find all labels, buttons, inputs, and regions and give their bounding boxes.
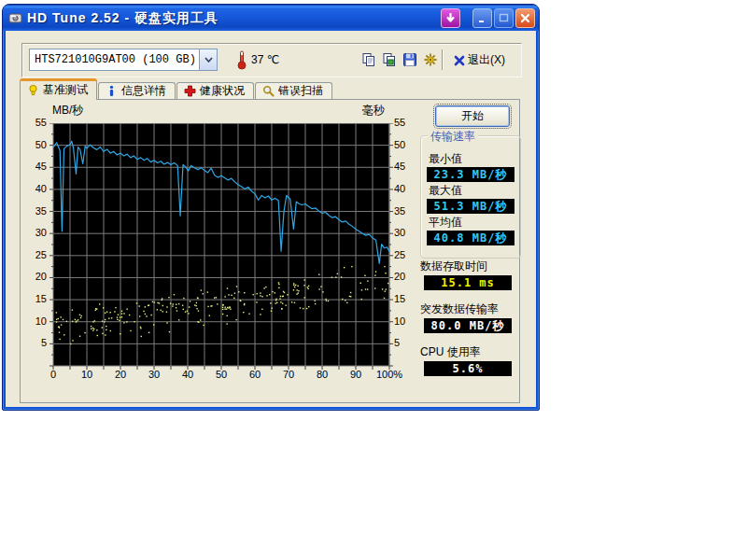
copy-text-button[interactable] [359,49,378,70]
avg-label: 平均值 [429,215,462,231]
cpu-usage-label: CPU 使用率 [420,344,481,360]
down-arrow-icon [445,13,456,23]
transfer-rate-group: 传输速率 最小值 23.3 MB/秒 最大值 51.3 MB/秒 平均值 40.… [420,135,521,259]
y-tick-label-right: 25 [394,249,418,260]
drive-select[interactable]: HTS721010G9AT00 (100 GB) [29,49,218,71]
copy-image-button[interactable] [380,49,399,70]
tab-bar: 基准测试 信息详情 健康状况 [20,79,333,100]
burst-rate-value: 80.0 MB/秒 [424,318,512,333]
y-tick-label-left: 40 [22,183,47,194]
y-tick-label-right: 40 [394,183,418,194]
max-value: 51.3 MB/秒 [427,199,514,214]
close-button[interactable] [515,8,535,28]
health-cross-icon [184,85,196,97]
toolbar-separator [442,49,444,70]
tab-benchmark[interactable]: 基准测试 [20,78,97,100]
tab-info-label: 信息详情 [121,83,166,99]
copy-image-icon [382,52,397,67]
y-tick-label-left: 5 [22,337,47,348]
min-value: 23.3 MB/秒 [427,167,514,182]
desktop: HD Tune 2.52 - 硬盘实用工具 [0,0,747,560]
chevron-down-icon[interactable] [199,49,217,70]
y-tick-label-left: 55 [22,117,47,128]
y-tick-label-right: 35 [394,205,418,217]
y-tick-label-right: 50 [394,139,418,150]
benchmark-plot [49,123,394,371]
tab-info[interactable]: 信息详情 [98,82,176,100]
min-label: 最小值 [429,151,462,167]
y-tick-label-left: 10 [22,315,47,327]
info-icon [106,85,118,97]
thermometer-icon [236,49,247,70]
tab-benchmark-label: 基准测试 [43,82,88,98]
download-arrow-button[interactable] [441,8,460,28]
y-tick-label-right: 10 [394,315,418,327]
start-button[interactable]: 开始 [435,105,510,127]
benchmark-panel: MB/秒 毫秒 555045403530252015105 5550454035… [20,99,520,403]
avg-value: 40.8 MB/秒 [427,231,514,245]
y-tick-label-left: 15 [22,293,47,304]
right-axis-label: 毫秒 [362,103,400,119]
y-tick-label-left: 20 [22,271,47,282]
copy-icon [361,52,376,67]
maximize-icon [499,13,509,23]
y-tick-label-right: 5 [394,337,418,348]
magnifier-icon [262,85,275,97]
cpu-usage-value: 5.6% [424,361,512,376]
access-time-value: 15.1 ms [424,275,512,290]
save-icon [402,52,417,67]
client-area: HTS721010G9AT00 (100 GB) 37 ℃ [6,31,536,407]
exit-label: 退出(X) [468,52,505,68]
y-tick-label-left: 30 [22,227,47,238]
y-tick-label-right: 45 [394,161,418,172]
y-tick-label-left: 45 [22,161,47,172]
y-tick-label-right: 20 [394,271,418,282]
options-button[interactable] [421,49,440,70]
tab-error-scan[interactable]: 错误扫描 [255,82,332,100]
bulb-icon [27,84,39,96]
window-title: HD Tune 2.52 - 硬盘实用工具 [27,10,439,27]
max-label: 最大值 [429,183,462,199]
title-bar[interactable]: HD Tune 2.52 - 硬盘实用工具 [3,5,539,31]
transfer-rate-group-title: 传输速率 [428,129,478,145]
y-tick-label-left: 50 [22,139,47,150]
minimize-button[interactable] [472,8,492,28]
drive-select-value: HTS721010G9AT00 (100 GB) [30,53,199,66]
tab-error-scan-label: 错误扫描 [278,83,323,99]
save-screenshot-button[interactable] [401,49,419,70]
hd-tune-window: HD Tune 2.52 - 硬盘实用工具 [2,4,540,411]
left-axis-label: MB/秒 [52,103,83,119]
access-time-label: 数据存取时间 [420,259,487,274]
temperature-value: 37 ℃ [251,53,279,66]
minimize-icon [477,13,487,23]
y-tick-label-right: 15 [394,293,418,304]
y-tick-label-left: 25 [22,249,47,260]
y-tick-label-left: 35 [22,205,47,217]
close-icon [520,13,530,23]
app-disk-icon [8,11,22,25]
exit-x-icon [454,55,465,66]
options-gear-icon [423,52,438,67]
tab-health[interactable]: 健康状况 [176,82,254,100]
start-button-wrap: 开始 [435,105,510,127]
y-tick-label-right: 30 [394,227,418,238]
tab-health-label: 健康状况 [200,83,245,99]
burst-rate-label: 突发数据传输率 [420,301,499,317]
exit-button[interactable]: 退出(X) [448,49,511,72]
maximize-button[interactable] [494,8,514,28]
